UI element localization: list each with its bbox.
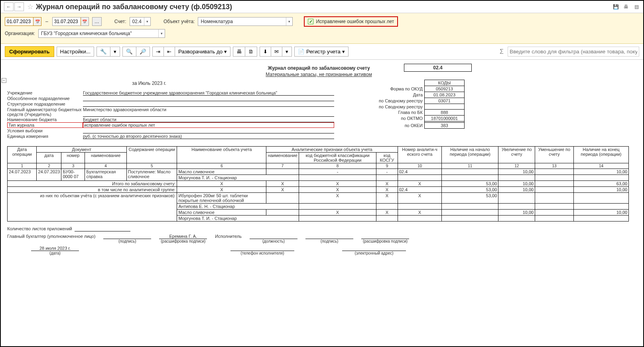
print-button[interactable]: 🖶 — [233, 47, 245, 57]
dropdown-icon[interactable]: ▾ — [286, 18, 292, 25]
account-combo[interactable]: 02.4 ▾ — [130, 17, 151, 26]
save-file-button[interactable]: ⬇ — [260, 47, 271, 57]
journal-type-value: исправление ошибок прошлых лет — [83, 122, 334, 128]
date-from-field[interactable]: 📅 — [5, 17, 41, 26]
date-to-field[interactable]: 📅 — [52, 17, 89, 26]
filter-input[interactable] — [508, 47, 639, 57]
find-button[interactable]: 🔍 — [122, 47, 136, 57]
collapse-button[interactable]: ⇥ — [152, 47, 164, 57]
calendar-icon[interactable]: 📅 — [81, 18, 89, 25]
generate-button[interactable]: Сформировать — [5, 46, 54, 57]
dropdown-icon[interactable]: ▾ — [158, 29, 165, 37]
nav-forward-button[interactable]: → — [14, 2, 24, 11]
more-icon[interactable]: ▤ — [633, 3, 640, 10]
correction-checkbox[interactable]: ✓ — [308, 19, 313, 24]
open-settings-button[interactable]: 🔧 — [97, 47, 110, 57]
settings-variants-button[interactable]: ▾ — [110, 47, 120, 57]
registry-button[interactable]: 📄 Регистр учета ▾ — [294, 47, 349, 57]
filters-panel: 📅 – 📅 … Счет: 02.4 ▾ Объект учёта: Номен… — [1, 13, 643, 44]
titlebar: ← → ☆ Журнал операций по забалансовому с… — [1, 1, 643, 13]
find-next-button[interactable]: 🔎 — [136, 47, 150, 57]
expand-button[interactable]: ⇤ — [164, 47, 175, 57]
journal-type-label: Тип журнала — [7, 122, 83, 128]
date-to-input[interactable] — [53, 18, 81, 25]
report-subtitle: Материальные запасы, не признанные актив… — [2, 72, 636, 77]
org-label: Организация: — [5, 31, 35, 36]
tree-collapse-button[interactable]: − — [2, 78, 6, 83]
report-footer: Количество листов приложений Главный бух… — [7, 226, 636, 255]
email-button[interactable]: ✉ — [271, 47, 282, 57]
dropdown-icon[interactable]: ▾ — [144, 18, 150, 25]
favorite-star-icon[interactable]: ☆ — [27, 2, 33, 11]
report-title: Журнал операций по забалансовому счету — [2, 65, 636, 71]
correction-checkbox-frame: ✓ Исправление ошибок прошлых лет — [304, 16, 398, 27]
preview-button[interactable]: 🗎 — [245, 47, 257, 57]
settings-button[interactable]: Настройки... — [57, 47, 94, 57]
expand-to-button[interactable]: Разворачивать до ▾ — [175, 47, 230, 57]
page-title: Журнал операций по забалансовому счету (… — [36, 3, 232, 11]
sigma-icon[interactable]: Σ — [500, 48, 504, 55]
codes-table: КОДЫ Форма по ОКУД0509213 Дата01.08.2023… — [376, 80, 465, 129]
table-row: 24.07.202324.07.2023БУ00-0000 07Бухгалте… — [8, 169, 629, 175]
nav-back-button[interactable]: ← — [4, 2, 14, 11]
correction-label: Исправление ошибок прошлых лет — [316, 19, 394, 24]
operations-grid: Дата операции Документ Содержание операц… — [7, 146, 629, 222]
report-info: УчреждениеГосударственное бюджетное учре… — [7, 90, 636, 139]
object-label: Объект учёта: — [163, 19, 195, 24]
org-combo[interactable]: ГБУЗ "Городская клиническая больница" ▾ — [38, 29, 165, 38]
account-label: Счет: — [114, 19, 126, 24]
calendar-icon[interactable]: 📅 — [33, 18, 41, 25]
report-period: за Июль 2023 г. — [1, 80, 636, 86]
account-code-box: 02.4 — [404, 64, 472, 72]
save-icon[interactable]: 💾 — [612, 3, 619, 10]
print-icon[interactable]: 🖶 — [622, 3, 630, 10]
date-separator: – — [45, 19, 49, 24]
report-body: − 02.4 Журнал операций по забалансовому … — [1, 60, 643, 346]
object-combo[interactable]: Номенклатура ▾ — [198, 17, 293, 26]
actions-toolbar: Сформировать Настройки... 🔧 ▾ 🔍 🔎 ⇥ ⇤ Ра… — [1, 44, 643, 60]
date-from-input[interactable] — [5, 18, 33, 25]
more-actions-button[interactable]: ▾ — [282, 47, 292, 57]
date-more-button[interactable]: … — [92, 17, 102, 26]
